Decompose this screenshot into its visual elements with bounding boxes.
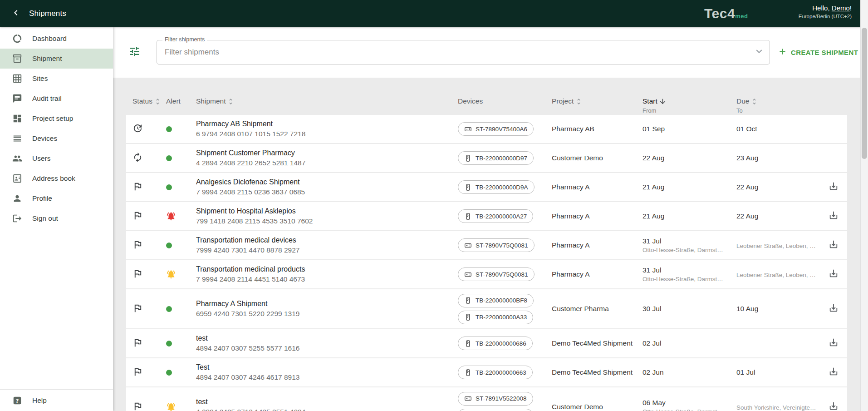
sidebar-item-audit-trail[interactable]: Audit trail [0,89,113,109]
download-icon[interactable] [829,401,839,411]
flag-icon [132,181,143,192]
shipment-name: Analgesics Diclofenac Shipment [196,178,458,186]
greeting: Hello, Demo! [799,4,852,12]
project-name: Pharmacy A [552,183,642,191]
logo-text-med: med [735,13,748,20]
filter-shipments-input[interactable]: Filter shipments Filter shipments [157,40,770,64]
table-row[interactable]: Transportation medical devices 7999 4240… [126,231,847,259]
table-row[interactable]: Transportation medicinal products 7 9994… [126,260,847,288]
devices-cell: ST-7891V5522008ST-7891V554103F [458,392,552,411]
tb-device-icon [464,340,472,347]
shipment-name: test [196,334,458,342]
sites-icon [12,74,22,84]
shipment-code: 4894 2407 0307 5255 5577 1616 [196,344,458,352]
st-device-icon [464,242,472,249]
device-id: ST-7891V5522008 [476,395,527,402]
sidebar-item-label: Profile [32,194,52,203]
download-icon[interactable] [829,366,839,376]
create-shipment-button[interactable]: CREATE SHIPMENT [778,47,858,58]
sidebar-item-sign-out[interactable]: Sign out [0,208,113,228]
table-row[interactable]: Pharmacy A Shipment 6959 4240 7301 5220 … [126,289,847,328]
sidebar-item-dashboard[interactable]: Dashboard [0,29,113,49]
sidebar-item-profile[interactable]: Profile [0,188,113,208]
table-row[interactable]: test 4 2894 2405 0713 1435 3551 4204 ST-… [126,387,847,411]
start-date: 31 Jul [642,237,736,245]
scrollbar-thumb[interactable] [862,28,867,159]
device-chip[interactable]: ST-7890V75400A6 [458,122,534,136]
device-chip[interactable]: ST-7890V75Q0081 [458,238,535,252]
sidebar-item-users[interactable]: Users [0,149,113,168]
chevron-down-icon[interactable] [753,45,765,59]
tb-device-icon [464,297,472,304]
device-chip[interactable]: TB-220000000A27 [458,209,533,223]
device-chip[interactable]: TB-220000000A33 [458,311,533,324]
due-location: Leobener Straße, Leoben, … [736,272,829,278]
project-name: Customer Demo [552,403,642,411]
due-date: 01 Oct [736,125,829,133]
download-icon[interactable] [829,337,839,347]
sidebar-item-label: Shipment [32,54,62,63]
sidebar-item-project-setup[interactable]: Project setup [0,109,113,129]
download-icon[interactable] [829,268,839,278]
table-row[interactable]: test 4894 2407 0307 5255 5577 1616 TB-22… [126,329,847,357]
shipment-code: 7 9994 2408 2114 4451 5140 4673 [196,275,458,283]
project-name: Customer Demo [552,154,642,162]
table-row[interactable]: Pharmacy AB Shipment 6 9794 2408 0107 10… [126,115,847,143]
due-location: South Yorkshire, Vereinigte… [736,404,829,411]
col-status[interactable]: Status [132,93,166,115]
sidebar-item-help[interactable]: ? Help [0,389,113,411]
project-name: Demo Tec4Med Shipment [552,368,642,376]
sort-icon [227,98,235,105]
device-id: TB-220000000A33 [476,314,527,321]
table-row[interactable]: Test 4894 2407 0307 4246 4617 8913 TB-22… [126,358,847,386]
download-icon[interactable] [829,181,839,191]
col-start-sublabel: From [642,107,736,114]
devices-cell: ST-7890V75400A6 [458,122,552,136]
device-chip[interactable]: TB-220000000D97 [458,151,534,165]
table-row[interactable]: Shipment to Hospital Asklepios 799 1418 … [126,202,847,230]
sidebar-item-devices[interactable]: Devices [0,129,113,149]
start-date: 06 May [642,399,736,407]
due-date: 22 Aug [736,183,829,191]
tune-filter-icon[interactable] [128,45,141,59]
project-name: Customer Pharma [552,305,642,313]
sidebar-item-sites[interactable]: Sites [0,69,113,89]
col-shipment[interactable]: Shipment [196,93,458,115]
download-icon[interactable] [829,303,839,313]
device-chip[interactable]: ST-7890V75Q0081 [458,267,535,281]
filter-section: Filter shipments Filter shipments CREATE… [113,27,860,78]
plus-icon [778,47,787,58]
sidebar-item-label: Devices [32,134,57,143]
start-location: Otto-Hesse-Straße, Darmst… [642,276,736,282]
device-chip[interactable]: ST-7891V554103F [458,409,533,411]
start-location: Otto-Hesse-Straße, Darmst… [642,408,736,411]
col-due[interactable]: Due To [736,93,829,115]
sidebar-item-shipment[interactable]: Shipment [0,49,113,69]
device-chip[interactable]: TB-220000000D9A [458,180,535,194]
back-button[interactable] [10,8,22,20]
devices-cell: TB-220000000686 [458,337,552,350]
col-start[interactable]: Start From [642,93,736,115]
tec4med-logo: Tec4med [704,6,748,21]
col-project[interactable]: Project [552,93,642,115]
download-icon[interactable] [829,239,839,249]
sidebar-item-address-book[interactable]: Address book [0,168,113,188]
download-icon[interactable] [829,210,839,220]
profile-icon [12,193,22,203]
device-id: ST-7890V75Q0081 [476,271,528,278]
table-row[interactable]: Shipment Customer Pharmacy 4 2894 2408 2… [126,144,847,172]
start-location: Otto-Hesse-Straße, Darmst… [642,247,736,253]
device-chip[interactable]: TB-220000000686 [458,337,533,350]
create-shipment-label: CREATE SHIPMENT [791,49,858,56]
device-chip[interactable]: TB-220000000663 [458,366,533,379]
table-row[interactable]: Analgesics Diclofenac Shipment 7 9994 24… [126,173,847,201]
user-link[interactable]: Demo [832,4,850,12]
chevron-left-icon [10,7,21,20]
col-devices: Devices [458,93,552,115]
start-date: 21 Aug [642,183,736,191]
device-chip[interactable]: ST-7891V5522008 [458,392,533,406]
scrollbar[interactable] [860,0,868,411]
device-chip[interactable]: TB-220000000BF8 [458,294,534,307]
devices-cell: TB-220000000D9A [458,180,552,194]
address-book-icon [12,173,22,183]
